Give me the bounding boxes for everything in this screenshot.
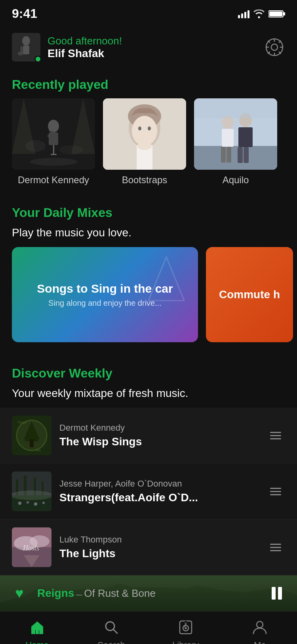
username-label: Elif Shafak — [48, 47, 122, 60]
recently-played-title: Recently played — [0, 69, 297, 98]
svg-point-84 — [257, 621, 263, 628]
artist-name-aquilo: Aquilo — [194, 174, 277, 186]
user-info: Good afternoon! Elif Shafak — [12, 33, 122, 61]
svg-point-63 — [12, 491, 51, 500]
svg-text:♪: ♪ — [183, 622, 187, 629]
svg-text:Aid: Aid — [36, 448, 40, 452]
now-playing-album: Of Rust & Bone — [84, 587, 156, 599]
svg-rect-41 — [221, 147, 226, 163]
svg-rect-44 — [238, 127, 253, 147]
online-indicator — [34, 56, 42, 63]
now-playing-info: Reigns — Of Rust & Bone — [37, 587, 258, 600]
svg-rect-46 — [244, 147, 249, 163]
bottom-nav: Home Search ♪ Library — [0, 611, 297, 644]
track-title-wisp: The Wisp Sings — [59, 435, 258, 448]
svg-point-23 — [48, 120, 59, 132]
mix-commute-title: Commute h — [213, 288, 286, 301]
artist-card-bootstraps[interactable]: Bootstraps — [103, 98, 186, 186]
greeting-text: Good afternoon! Elif Shafak — [48, 35, 122, 60]
track-item-lights[interactable]: Hosts Luke Thompson The Lights — [0, 519, 297, 575]
now-playing-separator: — — [76, 591, 82, 598]
svg-rect-42 — [227, 147, 231, 163]
track-menu-lights[interactable] — [266, 540, 285, 555]
track-artist-strangers: Jesse Harper, Aoife O`Donovan — [59, 479, 258, 489]
nav-item-me[interactable]: Me — [223, 618, 297, 644]
heart-button[interactable]: ♥ — [10, 583, 29, 603]
wifi-icon — [253, 10, 265, 18]
nav-label-me: Me — [254, 640, 266, 644]
nav-item-library[interactable]: ♪ Library — [148, 618, 223, 644]
svg-rect-47 — [194, 98, 277, 118]
triangle-decoration — [147, 255, 186, 303]
svg-rect-45 — [238, 147, 243, 163]
discover-weekly-title: Discover Weekly — [0, 358, 297, 387]
settings-button[interactable] — [264, 36, 285, 58]
now-playing-song: Reigns — [37, 587, 74, 599]
svg-line-78 — [113, 629, 117, 633]
track-title-strangers: Strangers(feat.Aoife O`D... — [59, 491, 258, 504]
track-item-strangers[interactable]: Jesse Harper, Aoife O`Donovan Strangers(… — [0, 464, 297, 519]
nav-label-search: Search — [97, 640, 125, 644]
daily-mixes-section: Your Daily Mixes Play the music you love… — [0, 194, 297, 354]
track-info-strangers: Jesse Harper, Aoife O`Donovan Strangers(… — [59, 479, 258, 504]
status-time: 9:41 — [12, 6, 37, 21]
daily-mixes-row: Songs to Sing in the car Sing along and … — [0, 247, 297, 354]
battery-icon — [268, 10, 285, 18]
svg-rect-2 — [269, 12, 282, 16]
gear-icon — [265, 38, 284, 56]
discover-weekly-section: Discover Weekly Your weekly mixtape of f… — [0, 354, 297, 575]
track-info-lights: Luke Thompson The Lights — [59, 535, 258, 560]
nav-item-home[interactable]: Home — [0, 618, 74, 644]
svg-point-9 — [271, 44, 278, 50]
pause-button[interactable] — [266, 583, 287, 604]
greeting-label: Good afternoon! — [48, 35, 122, 47]
track-artist-lights: Luke Thompson — [59, 535, 258, 545]
avatar-wrap — [12, 33, 40, 61]
nav-item-search[interactable]: Search — [74, 618, 149, 644]
svg-point-65 — [27, 501, 29, 504]
track-thumb-lights: Hosts — [12, 527, 51, 567]
svg-rect-40 — [222, 129, 234, 147]
daily-mixes-subtitle: Play the music you love. — [0, 226, 297, 247]
now-playing-bar[interactable]: ♥ Reigns — Of Rust & Bone — [0, 575, 297, 611]
track-title-lights: The Lights — [59, 547, 258, 560]
svg-text:Hosts: Hosts — [23, 544, 39, 552]
pause-icon — [272, 587, 282, 600]
track-menu-strangers[interactable] — [266, 484, 285, 499]
track-thumb-wisp: Winter Aid — [12, 416, 51, 455]
artist-name-bootstraps: Bootstraps — [103, 174, 186, 186]
nav-label-home: Home — [25, 640, 49, 644]
mix-card-commute[interactable]: Commute h — [206, 247, 293, 342]
track-info-wisp: Dermot Kennedy The Wisp Sings — [59, 423, 258, 448]
recently-played-row: Dermot Kennedy — [0, 98, 297, 194]
svg-rect-76 — [36, 630, 39, 634]
status-icons — [238, 10, 285, 18]
svg-point-66 — [34, 502, 37, 506]
mix-card-car[interactable]: Songs to Sing in the car Sing along and … — [12, 247, 198, 342]
svg-text:Winter: Winter — [18, 421, 27, 424]
svg-point-64 — [18, 502, 21, 505]
track-menu-wisp[interactable] — [266, 428, 285, 443]
svg-rect-22 — [51, 154, 57, 155]
status-bar: 9:41 — [0, 0, 297, 25]
svg-point-4 — [22, 36, 30, 46]
track-thumb-strangers — [12, 472, 51, 511]
svg-rect-36 — [103, 98, 186, 170]
svg-point-67 — [42, 502, 45, 504]
header: Good afternoon! Elif Shafak — [0, 25, 297, 69]
bootstraps-image — [103, 98, 186, 170]
artist-card-dermot[interactable]: Dermot Kennedy — [12, 98, 95, 186]
svg-rect-53 — [30, 439, 34, 447]
search-icon — [102, 618, 121, 637]
track-item-wisp[interactable]: Winter Aid Dermot Kennedy The Wisp Sings — [0, 408, 297, 464]
daily-mixes-title: Your Daily Mixes — [0, 197, 297, 226]
svg-rect-38 — [194, 146, 277, 170]
artist-card-aquilo[interactable]: Aquilo — [194, 98, 277, 186]
track-artist-wisp: Dermot Kennedy — [59, 423, 258, 433]
svg-rect-5 — [23, 46, 29, 54]
mix-car-title: Songs to Sing in the car — [29, 282, 181, 295]
svg-rect-1 — [284, 12, 285, 15]
home-icon — [28, 618, 47, 637]
svg-point-19 — [30, 158, 77, 166]
artist-name-dermot: Dermot Kennedy — [12, 174, 95, 186]
